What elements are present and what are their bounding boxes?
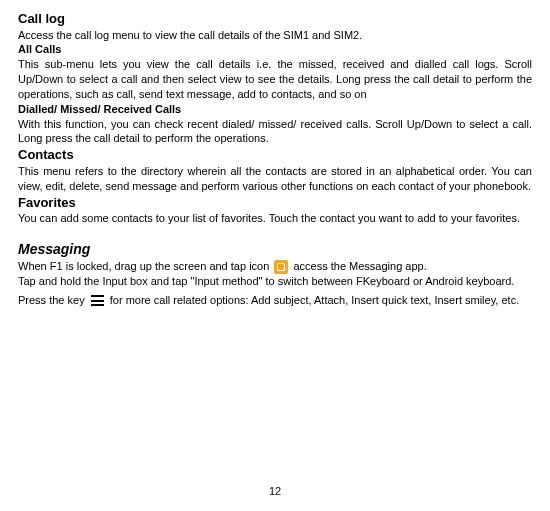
text-messaging-p1: When F1 is locked, drag up the screen an… <box>18 259 532 274</box>
spacer <box>18 226 532 232</box>
text-messaging-p1b: access the Messaging app. <box>293 260 426 272</box>
heading-contacts: Contacts <box>18 146 532 164</box>
heading-call-log: Call log <box>18 10 532 28</box>
heading-all-calls: All Calls <box>18 42 532 57</box>
text-contacts: This menu refers to the directory wherei… <box>18 164 532 194</box>
menu-key-icon <box>91 295 104 306</box>
page-number: 12 <box>0 485 550 497</box>
messaging-app-icon <box>274 260 288 274</box>
page: Call log Access the call log menu to vie… <box>0 0 550 511</box>
text-all-calls: This sub-menu lets you view the call det… <box>18 57 532 102</box>
text-messaging-p3b: for more call related options: Add subje… <box>110 294 519 306</box>
heading-messaging: Messaging <box>18 240 532 259</box>
text-messaging-p3: Press the key for more call related opti… <box>18 293 532 308</box>
text-messaging-p1a: When F1 is locked, drag up the screen an… <box>18 260 272 272</box>
text-messaging-p3a: Press the key <box>18 294 88 306</box>
text-call-log-intro: Access the call log menu to view the cal… <box>18 28 532 43</box>
heading-dmr-calls: Dialled/ Missed/ Received Calls <box>18 102 532 117</box>
heading-favorites: Favorites <box>18 194 532 212</box>
text-dmr-calls: With this function, you can check recent… <box>18 117 532 147</box>
text-messaging-p2: Tap and hold the Input box and tap "Inpu… <box>18 274 532 289</box>
text-favorites: You can add some contacts to your list o… <box>18 211 532 226</box>
